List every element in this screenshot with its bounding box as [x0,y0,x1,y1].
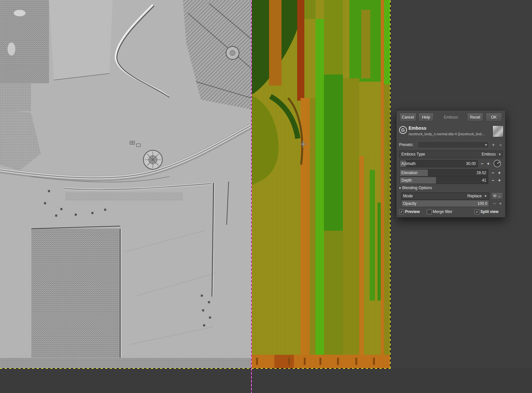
depth-increment-button[interactable]: + [497,177,502,184]
dialog-title: Emboss [409,125,426,131]
merge-filter-label[interactable]: Merge filter [433,209,452,214]
bottom-panel [0,368,532,393]
blending-options-label: Blending Options [402,186,432,190]
layer-boundary-right [390,0,391,368]
azimuth-label: Azimuth [401,160,415,167]
cancel-button[interactable]: Cancel [399,113,416,122]
emboss-preview-pane[interactable] [0,0,251,368]
ok-button[interactable]: OK [486,113,502,122]
depth-decrement-button[interactable]: − [490,177,495,184]
normal-map-pane[interactable] [251,0,391,368]
opacity-decrement-button[interactable]: − [492,200,497,207]
layer-thumbnail [492,125,504,137]
depth-label: Depth [401,177,412,184]
mode-value: Replace [467,193,482,199]
azimuth-decrement-button[interactable]: − [479,160,485,167]
opacity-slider[interactable]: Opacity 100.0 [401,200,489,207]
elevation-increment-button[interactable]: + [497,169,502,176]
elevation-decrement-button[interactable]: − [490,169,495,176]
split-view-checkbox[interactable]: ✓ [475,209,479,214]
mode-menu-icon: → [497,194,501,198]
elevation-value[interactable]: 28.52 [476,170,486,176]
crosshair-cursor [300,141,306,147]
mode-reset-icon: ⟲ [493,194,496,198]
emboss-filter-dialog: Cancel Help Emboss Reset OK G Emboss rac… [396,110,506,218]
blending-options-expander[interactable]: ▾ Blending Options [399,186,432,190]
add-preset-button[interactable]: + [491,141,496,148]
emboss-preview-art [0,0,251,368]
emboss-type-value: Emboss [482,151,496,158]
azimuth-value[interactable]: 30.00 [466,160,476,167]
opacity-value[interactable]: 100.0 [477,200,487,207]
emboss-type-label: Emboss Type [401,151,425,158]
reset-button[interactable]: Reset [467,113,483,122]
normal-map-art [251,0,391,368]
azimuth-slider[interactable]: Azimuth 30.00 [399,160,478,167]
azimuth-dial[interactable] [493,159,501,168]
depth-value[interactable]: 41 [482,177,486,184]
presets-label: Presets: [399,141,413,148]
gimp-canvas-window: Cancel Help Emboss Reset OK G Emboss rac… [0,0,532,393]
gegl-logo-icon: G [399,126,407,134]
layer-boundary-bottom [0,368,391,369]
chevron-down-icon: ▾ [485,141,487,148]
emboss-type-dropdown[interactable]: Emboss Type Emboss ▾ [399,151,503,158]
preview-label[interactable]: Preview [405,209,420,214]
presets-dropdown[interactable]: ▾ [417,141,489,148]
mode-label: Mode [403,193,413,199]
help-button[interactable]: Help [418,113,434,122]
dialog-subtitle: racetruck_body_n.normal.dds-4 ([racetruc… [409,132,491,136]
mode-dropdown[interactable]: Mode Replace ➤ [401,192,489,200]
expander-chevron-icon: ▾ [399,186,401,190]
merge-filter-checkbox[interactable] [427,209,432,214]
split-view-label[interactable]: Split view [480,209,498,214]
azimuth-increment-button[interactable]: + [486,160,491,167]
filter-name-label: Emboss [442,113,460,122]
depth-slider[interactable]: Depth 41 [399,177,488,184]
opacity-increment-button[interactable]: + [498,200,503,207]
preview-checkbox[interactable]: ✓ [399,209,404,214]
elevation-slider[interactable]: Elevation 28.52 [399,169,488,176]
mode-reset-button[interactable]: ⟲ → [491,192,503,200]
chevron-down-icon: ▾ [499,151,501,158]
preset-menu-button[interactable]: ◃ [497,141,503,148]
opacity-label: Opacity [403,200,416,207]
split-view-divider[interactable] [251,0,252,393]
elevation-label: Elevation [401,170,417,176]
mode-arrow-icon: ➤ [484,193,487,199]
